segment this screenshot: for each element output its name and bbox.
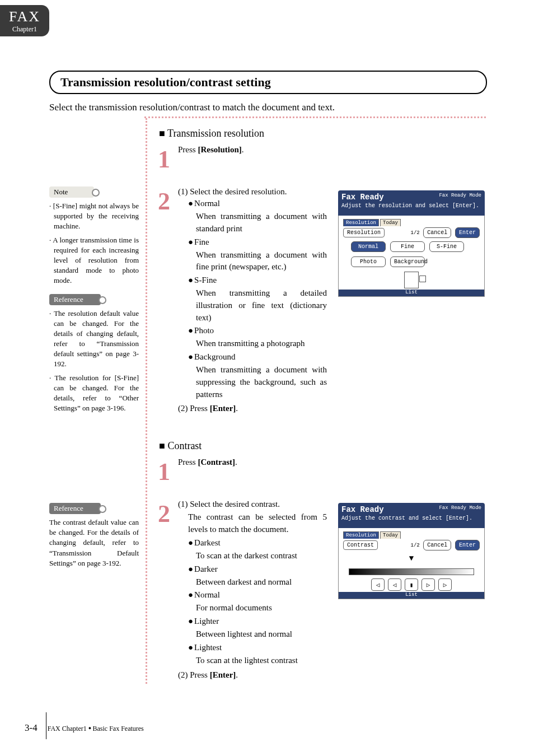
breadcrumb: FAX Chapter1 ● Basic Fax Features [48, 725, 144, 733]
option-name: Normal [188, 590, 327, 600]
option-desc: For normal documents [188, 602, 327, 614]
contrast-step-1: 1 Press [Contrast]. [159, 458, 327, 467]
lcd-statusbar: List [339, 290, 484, 296]
lcd-tabrow: Resolution Today [343, 531, 482, 539]
sidebar-lower: Reference The contrast default value can… [49, 503, 139, 568]
lcd-tab[interactable]: Resolution [343, 531, 379, 539]
lcd-param: Contrast [343, 540, 378, 550]
subheading-contrast: Contrast [159, 440, 327, 452]
note-icon [92, 189, 100, 197]
step-text: (2) Press [178, 404, 210, 413]
option-name: Lightest [188, 643, 327, 652]
option-name: Photo [188, 326, 327, 335]
section-heading: Transmission resolution/contrast setting [49, 71, 487, 94]
option-name: Lighter [188, 617, 327, 626]
reference-label: Reference [49, 503, 101, 514]
step-bold: [Enter] [210, 404, 236, 413]
lcd-statusbar: List [339, 592, 484, 599]
tab-title: FAX [0, 8, 49, 25]
option-desc: To scan at the lightest contrast [188, 655, 327, 667]
lcd-resolution: Fax Ready Mode Fax Ready Adjust the reso… [338, 190, 485, 297]
contrast-step-2: 2 (1) Select the desired contrast. The c… [159, 500, 327, 679]
step-bold: [Resolution] [198, 145, 241, 154]
lcd-cancel-button[interactable]: Cancel [423, 227, 451, 238]
step-lead: (1) Select the desired resolution. [178, 187, 327, 197]
reference-label-text: Reference [54, 295, 83, 304]
note-label: Note [49, 186, 94, 198]
section-heading-text: Transmission resolution/contrast setting [60, 75, 271, 90]
note-text: · [S-Fine] might not always be supported… [49, 201, 139, 232]
lcd-arrow-button[interactable]: ▷ [421, 578, 435, 591]
lcd-tabrow: Resolution Today [343, 219, 482, 226]
step-bold: [Enter] [210, 670, 236, 679]
step-text: . [235, 458, 237, 466]
option-name: Fine [188, 237, 327, 247]
lcd-option-button[interactable]: S-Fine [429, 241, 464, 252]
lcd-enter-button[interactable]: Enter [455, 227, 480, 238]
lcd-contrast: Fax Ready Mode Fax Ready Adjust the cont… [338, 503, 485, 599]
page-number: 3-4 [25, 722, 38, 734]
resolution-step-2: 2 (1) Select the desired resolution. Nor… [159, 187, 327, 413]
step-text: . [242, 145, 244, 154]
lcd-tab[interactable]: Today [380, 531, 401, 539]
resolution-step-1: 1 Press [Resolution]. [159, 145, 327, 155]
lcd-param: Resolution [343, 228, 385, 237]
lcd-body: Resolution Today Contrast 1/2 Cancel Ent… [338, 528, 485, 599]
option-desc: When transmitting a photograph [188, 338, 327, 350]
intro-text: Select the transmission resolution/contr… [49, 102, 335, 113]
document-icon [404, 272, 419, 288]
step-number: 1 [156, 458, 172, 486]
reference-label-text: Reference [54, 504, 83, 512]
reference-label: Reference [49, 294, 101, 305]
lcd-option-button[interactable]: Background [390, 256, 425, 267]
reference-icon [99, 505, 106, 513]
reference-icon [99, 296, 106, 304]
reference-text: The contrast default value can be change… [49, 517, 139, 568]
note-text: · A longer transmission time is required… [49, 235, 139, 286]
lcd-right-controls: 1/2 Cancel Enter [411, 540, 480, 550]
lcd-arrow-button[interactable]: ◁ [388, 578, 401, 591]
option-desc: When transmitting a document with suppre… [188, 364, 327, 400]
chapter-tab: FAX Chapter1 [0, 5, 49, 36]
lcd-title: Fax Ready [341, 193, 384, 202]
contrast-options: Darkest To scan at the darkest contrast … [178, 538, 327, 667]
reference-item: · The resolution default value can be ch… [49, 309, 139, 370]
step-bold: [Contrast] [198, 458, 235, 466]
lcd-arrow-row: ◁ ◁ ▮ ▷ ▷ [341, 578, 482, 591]
option-desc: When transmitting a document with fine p… [188, 249, 327, 274]
lcd-arrow-button[interactable]: ◁ [371, 578, 385, 591]
lcd-arrow-button[interactable]: ▮ [405, 578, 418, 591]
step-number: 1 [156, 145, 172, 174]
lcd-tab[interactable]: Resolution [343, 219, 379, 226]
lcd-option-button[interactable]: Fine [390, 241, 425, 252]
step-text: Press [178, 458, 198, 466]
note-item: · A longer transmission time is required… [49, 235, 139, 286]
lcd-enter-button[interactable]: Enter [455, 540, 480, 550]
lcd-cancel-button[interactable]: Cancel [423, 540, 451, 550]
lcd-body: Resolution Today Resolution 1/2 Cancel E… [338, 216, 485, 297]
lcd-mode: Fax Ready Mode [439, 505, 481, 511]
option-name: Darkest [188, 538, 327, 548]
option-desc: To scan at the darkest contrast [188, 550, 327, 562]
reference-text: · The resolution default value can be ch… [49, 309, 139, 370]
step-lead: (1) Select the desired contrast. [178, 500, 327, 509]
lcd-tab[interactable]: Today [380, 219, 401, 226]
lcd-right-controls: 1/2 Cancel Enter [411, 227, 480, 238]
option-name: S-Fine [188, 276, 327, 285]
lcd-header: Fax Ready Mode Fax Ready Adjust the cont… [338, 503, 485, 528]
step-sub: The contrast can be selected from 5 leve… [178, 511, 327, 536]
main-column: Transmission resolution 1 Press [Resolut… [159, 128, 327, 682]
lcd-button-grid: Normal Fine S-Fine Photo Background [351, 241, 482, 267]
lcd-message: Adjust the resolution and select [Enter]… [341, 203, 481, 209]
step-text: . [236, 670, 238, 679]
lcd-contrast-slider[interactable] [349, 568, 474, 575]
subheading-resolution: Transmission resolution [159, 128, 327, 139]
lcd-arrow-button[interactable]: ▷ [438, 578, 452, 591]
lcd-header: Fax Ready Mode Fax Ready Adjust the reso… [338, 190, 485, 216]
reference-text: · The resolution for [S-Fine] can be cha… [49, 373, 139, 414]
lcd-option-button[interactable]: Photo [351, 256, 386, 267]
tab-subtitle: Chapter1 [0, 25, 49, 34]
sidebar: Note · [S-Fine] might not always be supp… [49, 186, 139, 413]
step-number: 2 [156, 500, 172, 528]
lcd-option-button[interactable]: Normal [351, 241, 386, 252]
